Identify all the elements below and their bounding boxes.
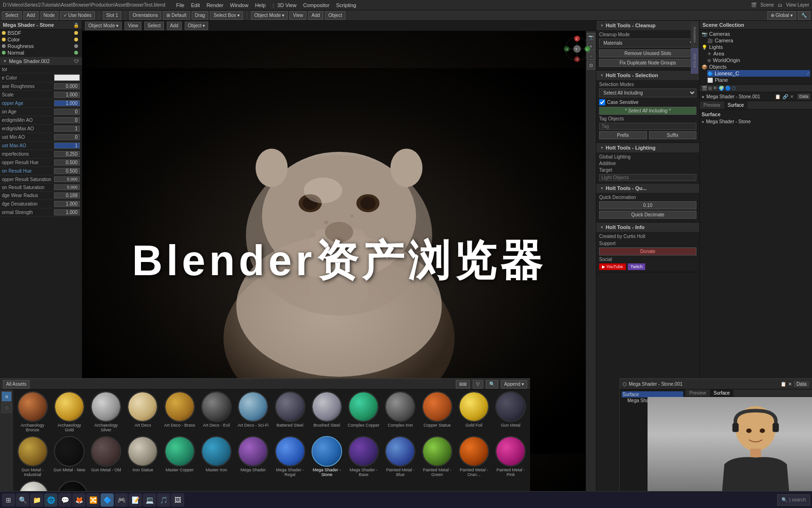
add-btn[interactable]: Add: [23, 11, 39, 20]
prop-world-tab[interactable]: 🔵: [725, 86, 731, 91]
object-mode-dropdown[interactable]: Object Mode ▾: [85, 22, 122, 30]
asset-mega-regal[interactable]: Mega Shader - Regal: [273, 436, 306, 477]
suffix-btn[interactable]: Suffix: [649, 131, 697, 139]
select-menu[interactable]: Select: [144, 22, 164, 30]
add-menu[interactable]: Add: [167, 22, 182, 30]
param-imperfections[interactable]: mperfections 0.250: [0, 150, 82, 159]
asset-gun-metal-old[interactable]: Gun Metal - Old: [90, 436, 123, 477]
prop-scene-tab[interactable]: 🌍: [718, 86, 724, 91]
tag-input[interactable]: [599, 123, 696, 130]
ht-lighting-header[interactable]: Holt Tools - Lighting: [596, 143, 699, 152]
taskbar-unity[interactable]: 🎮: [115, 493, 128, 507]
asset-copper-statue[interactable]: Copper Statue: [421, 391, 453, 432]
props-copy-btn[interactable]: 📋: [781, 381, 786, 387]
asset-grid-view[interactable]: ⊞⊞: [456, 380, 470, 389]
taskbar-discord[interactable]: 💬: [58, 493, 71, 507]
drag-btn[interactable]: Drag: [192, 11, 209, 20]
asset-painted-pink[interactable]: Painted Metal - Pink: [494, 436, 527, 477]
menu-file[interactable]: File: [173, 2, 188, 8]
select-all-dropdown[interactable]: Select All Including: [599, 88, 696, 97]
ht-selection-header[interactable]: Holt Tools - Selection: [596, 71, 699, 80]
param-copper-hue[interactable]: opper Result Hue 0.500: [0, 159, 82, 167]
asset-all-filter[interactable]: ⊞: [1, 391, 12, 402]
sc-objects[interactable]: 📦 Objects: [702, 64, 810, 70]
sc-plane[interactable]: ⬜ Plane: [707, 77, 810, 83]
prop-output-tab[interactable]: ⊞: [708, 86, 712, 91]
orientations-btn[interactable]: Orientations: [129, 11, 161, 20]
taskbar-explorer[interactable]: 📁: [30, 493, 43, 507]
param-verdigris-min[interactable]: erdigrisMin AO 0: [0, 116, 82, 125]
quick-dec-input[interactable]: [599, 201, 696, 209]
case-sensitive-check[interactable]: [599, 99, 605, 105]
twitch-btn[interactable]: Twitch: [628, 263, 646, 270]
param-copper-age[interactable]: opper Age 1.000: [0, 99, 82, 108]
param-verdigris-max-value[interactable]: 1: [54, 126, 80, 132]
base-color-swatch[interactable]: [54, 74, 80, 81]
param-edge-desat[interactable]: dge Desaturation 1.000: [0, 200, 82, 208]
quick-dec-btn[interactable]: Quick Decimate: [599, 211, 696, 219]
surface-tab-btn[interactable]: Surface: [710, 389, 734, 397]
asset-painted-blue[interactable]: Painted Metal - Blue: [384, 436, 417, 477]
use-nodes-btn[interactable]: ✓ Use Nodes: [60, 11, 95, 20]
param-rust-max[interactable]: ust Max AO 1: [0, 142, 82, 150]
taskbar-terminal[interactable]: 💻: [143, 493, 156, 507]
param-copper-sat-value[interactable]: 0.000: [54, 176, 80, 182]
taskbar-git[interactable]: 🔀: [86, 493, 100, 507]
param-edge-radius[interactable]: dge Wear Radius 0.188: [0, 191, 82, 200]
param-normal-strength-value[interactable]: 1.000: [54, 209, 80, 215]
taskbar-firefox[interactable]: 🦊: [72, 493, 86, 507]
asset-complex-iron[interactable]: Complex Iron: [384, 391, 417, 432]
light-target-input[interactable]: [599, 174, 696, 181]
asset-filter-btn[interactable]: ▽: [473, 380, 483, 389]
sc-cameras[interactable]: 📷 Cameras: [702, 31, 810, 37]
youtube-btn[interactable]: ▶ YouTube: [599, 263, 626, 270]
asset-all-btn[interactable]: All Assets: [3, 380, 30, 389]
menu-edit[interactable]: Edit: [187, 2, 203, 8]
param-imperfections-value[interactable]: 0.250: [54, 151, 80, 157]
asset-mega-base[interactable]: Mega Shader -Base: [347, 436, 380, 477]
asset-material-filter[interactable]: ⬡: [1, 403, 12, 413]
asset-gold-foil[interactable]: Gold Foil: [457, 391, 490, 432]
asset-master-iron[interactable]: Master Iron: [200, 436, 233, 477]
vt-holt-tools[interactable]: Holt Tools: [691, 48, 698, 74]
shader-copy-icon[interactable]: 📋: [775, 94, 781, 99]
donate-btn[interactable]: Donate: [599, 247, 696, 255]
param-ion-age-value[interactable]: 0: [54, 109, 80, 115]
prop-material-tab[interactable]: ⬡: [732, 86, 736, 91]
menu-3dview[interactable]: 3D View: [274, 2, 300, 8]
vt-annotation[interactable]: Annotation: [691, 22, 698, 48]
param-ion-hue[interactable]: on Result Hue 0.500: [0, 167, 82, 175]
asset-plan-view[interactable]: Plan View: [16, 481, 51, 491]
taskbar-blender[interactable]: 🔷: [101, 493, 114, 507]
menu-render[interactable]: Render: [203, 2, 226, 8]
prop-view-tab[interactable]: 👁: [713, 86, 718, 91]
param-ion-sat-value[interactable]: 0.000: [54, 184, 80, 190]
props-close-btn[interactable]: ✕: [788, 381, 792, 387]
search-taskbar[interactable]: 🔍: [16, 493, 29, 507]
node-btn[interactable]: Node: [40, 11, 58, 20]
taskbar-spotify[interactable]: 🎵: [157, 493, 170, 507]
taskbar-chrome[interactable]: 🌐: [44, 493, 57, 507]
prop-render-tab[interactable]: 🎬: [702, 86, 707, 91]
asset-unknown2[interactable]: [55, 481, 90, 491]
asset-iron-statue[interactable]: Iron Statue: [126, 436, 159, 477]
param-edge-radius-value[interactable]: 0.188: [54, 192, 80, 198]
ht-quick-header[interactable]: Holt Tools - Qu...: [596, 183, 699, 193]
slot-btn[interactable]: Slot 1: [103, 11, 122, 20]
asset-arch-bronze[interactable]: Archaeology Bronze: [16, 391, 49, 432]
cleanup-mode-dropdown[interactable]: Materials: [599, 39, 696, 48]
asset-arch-silver[interactable]: Archaeology Silver: [90, 391, 123, 432]
asset-complex-copper[interactable]: Complex Copper: [347, 391, 380, 432]
fix-duplicates-btn[interactable]: Fix Duplicate Node Groups: [599, 59, 696, 67]
select-all-including-btn[interactable]: * Select All Including *: [599, 107, 696, 115]
append-btn[interactable]: Append ▾: [501, 380, 527, 389]
asset-gun-metal-ind[interactable]: Gun Metal - Industrial: [16, 436, 49, 477]
asset-master-copper[interactable]: Master Copper: [163, 436, 196, 477]
windows-btn[interactable]: ⊞: [2, 493, 15, 507]
menu-scripting[interactable]: Scripting: [333, 2, 359, 8]
asset-arch-gold[interactable]: Archaeology Gold: [53, 391, 86, 432]
param-rust-min-value[interactable]: 0: [54, 134, 80, 140]
param-roughness-value[interactable]: 0.000: [54, 83, 80, 89]
asset-mega-shader[interactable]: Mega Shader: [237, 436, 270, 477]
asset-art-deco[interactable]: Art Deco: [126, 391, 159, 432]
